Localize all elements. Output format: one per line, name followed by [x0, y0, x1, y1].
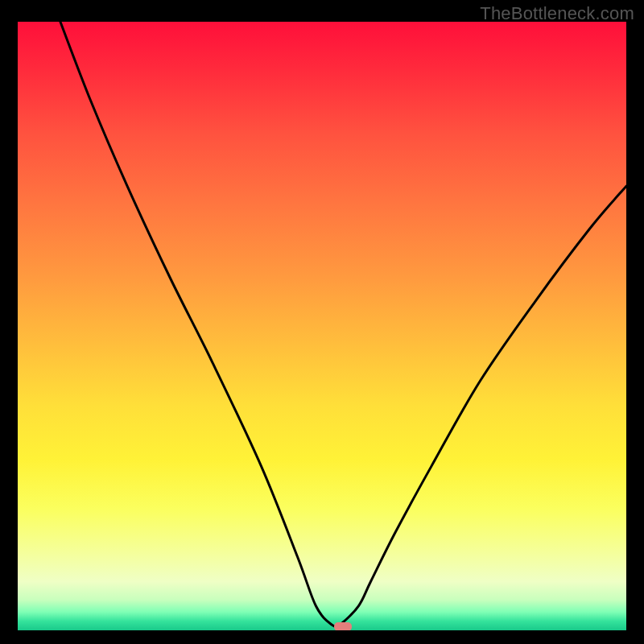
- plot-area: [18, 22, 626, 630]
- optimum-marker: [334, 622, 352, 630]
- chart-frame: TheBottleneck.com: [0, 0, 644, 644]
- watermark-text: TheBottleneck.com: [480, 3, 634, 24]
- bottleneck-curve: [18, 22, 626, 630]
